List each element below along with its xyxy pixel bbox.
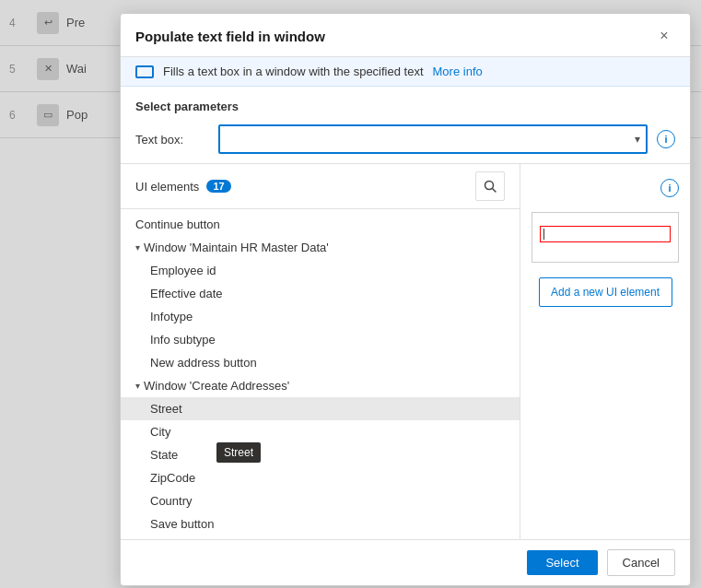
cancel-button[interactable]: Cancel <box>607 549 675 576</box>
right-panel: i Add a new UI element <box>520 164 690 539</box>
tree-item-city[interactable]: City <box>121 420 520 443</box>
tree-item-label: Country <box>150 494 193 508</box>
left-panel: UI elements 17 Continue button ▾ Window … <box>121 164 520 539</box>
tree-group-label: Window 'Maintain HR Master Data' <box>144 241 329 254</box>
info-text: Fills a text box in a window with the sp… <box>163 65 424 78</box>
preview-box <box>532 212 679 263</box>
tree-list: Continue button ▾ Window 'Maintain HR Ma… <box>121 209 520 539</box>
modal-title: Populate text field in window <box>135 29 325 44</box>
tree-item-zipcode[interactable]: ZipCode <box>121 466 520 489</box>
svg-line-1 <box>493 189 497 193</box>
tree-item-infotype[interactable]: Infotype <box>121 305 520 328</box>
tree-item-info-subtype[interactable]: Info subtype <box>121 328 520 351</box>
textbox-label: Text box: <box>135 133 209 147</box>
search-button[interactable] <box>475 171 505 201</box>
params-title: Select parameters <box>135 100 675 113</box>
tree-item-employee-id[interactable]: Employee id <box>121 259 520 282</box>
tree-item-label: New address button <box>150 356 257 370</box>
chevron-icon: ▾ <box>135 381 140 391</box>
main-content: UI elements 17 Continue button ▾ Window … <box>121 163 690 539</box>
tree-group-maintain-hr[interactable]: ▾ Window 'Maintain HR Master Data' <box>121 236 520 259</box>
ui-elements-badge: 17 <box>206 180 230 193</box>
ui-elements-header: UI elements 17 <box>121 164 520 209</box>
preview-input <box>540 226 671 242</box>
textbox-select[interactable] <box>218 124 648 154</box>
tree-item-street[interactable]: Street <box>121 397 520 420</box>
tree-item-label: Infotype <box>150 310 193 323</box>
tree-item-new-address-button[interactable]: New address button <box>121 351 520 374</box>
modal-header: Populate text field in window × <box>121 14 690 57</box>
textbox-info-button[interactable]: i <box>657 130 675 148</box>
cursor-indicator <box>543 229 544 240</box>
tree-item-label: Info subtype <box>150 333 216 347</box>
tree-item-continue-button[interactable]: Continue button <box>121 213 520 236</box>
tree-item-save-button[interactable]: Save button <box>121 512 520 535</box>
info-banner: Fills a text box in a window with the sp… <box>121 57 690 87</box>
tree-item-label: ZipCode <box>150 471 195 485</box>
tree-group-create-addresses[interactable]: ▾ Window 'Create Addresses' <box>121 374 520 397</box>
modal-dialog: Populate text field in window × Fills a … <box>120 13 691 586</box>
chevron-icon: ▾ <box>135 242 140 253</box>
select-button[interactable]: Select <box>527 550 597 575</box>
textbox-input-wrap: ▾ <box>218 124 648 154</box>
tree-item-label: Effective date <box>150 287 223 300</box>
window-icon <box>135 65 154 78</box>
tree-item-label: City <box>150 425 170 439</box>
tree-group-label: Window 'Create Addresses' <box>144 379 289 393</box>
tree-item-country[interactable]: Country <box>121 489 520 512</box>
add-ui-element-button[interactable]: Add a new UI element <box>539 277 672 307</box>
params-section: Select parameters Text box: ▾ i <box>121 87 690 163</box>
tree-item-label: State <box>150 448 178 462</box>
close-button[interactable]: × <box>653 25 675 47</box>
tree-item-label: Employee id <box>150 264 216 277</box>
tree-item-effective-date[interactable]: Effective date <box>121 282 520 305</box>
tree-item-state[interactable]: State <box>121 443 520 466</box>
textbox-param-row: Text box: ▾ i <box>135 124 675 154</box>
right-info-button[interactable]: i <box>660 179 679 197</box>
tree-item-label: Save button <box>150 517 214 531</box>
ui-elements-label: UI elements <box>135 180 199 194</box>
tree-item-label: Street <box>150 402 182 416</box>
more-info-link[interactable]: More info <box>433 65 483 78</box>
modal-footer: Select Cancel <box>121 539 690 585</box>
tree-item-label: Continue button <box>135 218 220 231</box>
